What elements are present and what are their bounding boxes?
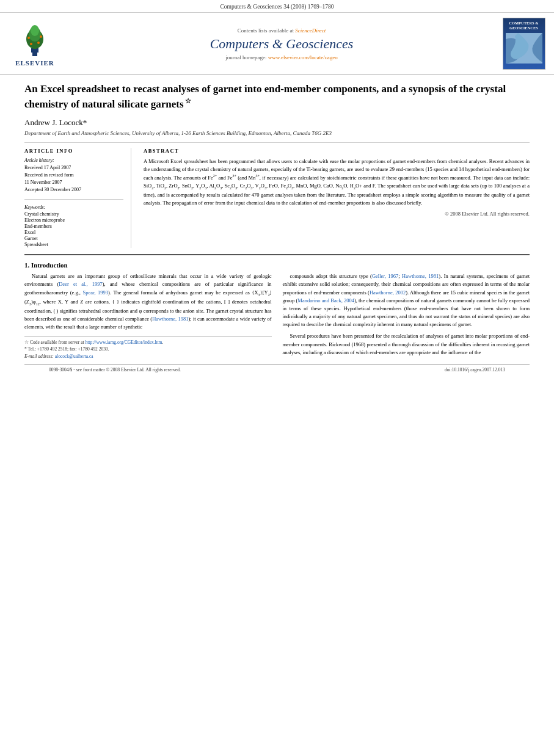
- article-info-abstract-section: ARTICLE INFO Article history: Received 1…: [24, 148, 530, 249]
- body-para-1: Natural garnets are an important group o…: [24, 272, 272, 331]
- body-para-2: compounds adopt this structure type (Gel…: [283, 272, 530, 329]
- issn-text: 0098-3004/$ - see front matter © 2008 El…: [49, 367, 181, 373]
- journal-cover-box: COMPUTERS &GEOSCIENCES: [503, 18, 545, 70]
- received-date: Received 17 April 2007: [24, 164, 123, 171]
- svg-point-5: [31, 25, 39, 36]
- svg-point-9: [37, 42, 40, 44]
- footnote-url[interactable]: http://www.iamg.org/CGEditor/index.htm: [85, 340, 162, 345]
- article-info-heading: ARTICLE INFO: [24, 148, 123, 154]
- keyword-1: Crystal chemistry: [24, 211, 123, 217]
- header-center: Contents lists available at ScienceDirec…: [68, 18, 495, 70]
- footnote-tel: * Tel.: +1780 492 2518; fax: +1780 492 2…: [24, 346, 272, 352]
- body-two-col: Natural garnets are an important group o…: [24, 272, 530, 360]
- abstract-heading: ABSTRACT: [144, 148, 530, 154]
- divider-history-keywords: [24, 199, 123, 200]
- homepage-url[interactable]: www.elsevier.com/locate/cageo: [268, 54, 338, 60]
- svg-point-7: [40, 35, 42, 38]
- article-info-column: ARTICLE INFO Article history: Received 1…: [24, 148, 131, 249]
- history-label: Article history:: [24, 158, 123, 163]
- divider-after-affiliation: [24, 142, 530, 143]
- accepted-date: Accepted 30 December 2007: [24, 186, 123, 193]
- homepage-label: journal homepage:: [225, 54, 266, 60]
- svg-point-6: [27, 37, 30, 39]
- ref-spear[interactable]: Spear, 1993: [82, 289, 108, 296]
- section1-heading: 1. Introduction: [24, 261, 530, 269]
- journal-citation: Computers & Geosciences 34 (2008) 1769–1…: [220, 4, 333, 10]
- ref-hawthorne-1981b[interactable]: Hawthorne, 1981: [402, 273, 439, 279]
- sciencedirect-label: Contents lists available at: [238, 27, 294, 34]
- article-title: An Excel spreadsheet to recast analyses …: [24, 82, 530, 112]
- page: Computers & Geosciences 34 (2008) 1769–1…: [0, 0, 554, 756]
- ref-hawthorne-2002[interactable]: Hawthorne, 2002: [370, 289, 406, 296]
- keywords-label: Keywords:: [24, 205, 123, 210]
- keyword-2: Electron microprobe: [24, 217, 123, 223]
- bottom-bar: 0098-3004/$ - see front matter © 2008 El…: [24, 364, 530, 375]
- elsevier-brand-text: ELSEVIER: [15, 59, 54, 67]
- footnote-section: ☆ Code available from server at http://w…: [24, 336, 272, 360]
- main-content: An Excel spreadsheet to recast analyses …: [0, 75, 554, 381]
- journal-cover-title: COMPUTERS &GEOSCIENCES: [509, 21, 539, 31]
- ref-hawthorne-1981[interactable]: Hawthorne, 1981: [152, 316, 188, 322]
- footnote-email: E-mail address: alocock@ualberta.ca: [24, 353, 272, 360]
- header-section: ELSEVIER Contents lists available at Sci…: [0, 13, 554, 75]
- abstract-text: A Microsoft Excel spreadsheet has been p…: [144, 158, 530, 208]
- keyword-6: Spreadsheet: [24, 242, 123, 247]
- journal-name: Computers & Geosciences: [210, 36, 354, 52]
- footnote-star: ☆ Code available from server at http://w…: [24, 339, 272, 346]
- ref-deer[interactable]: Deer et al., 1997: [59, 281, 102, 287]
- author-affiliation: Department of Earth and Atmospheric Scie…: [24, 130, 530, 136]
- copyright-line: © 2008 Elsevier Ltd. All rights reserved…: [144, 211, 530, 217]
- received-revised-label: Received in revised form: [24, 172, 123, 178]
- svg-rect-1: [31, 48, 38, 53]
- elsevier-logo: ELSEVIER: [7, 18, 62, 70]
- title-star: ☆: [184, 97, 192, 104]
- journal-homepage: journal homepage: www.elsevier.com/locat…: [225, 54, 337, 60]
- doi-text: doi:10.1016/j.cageo.2007.12.013: [445, 367, 505, 373]
- body-col-right: compounds adopt this structure type (Gel…: [283, 272, 530, 360]
- keywords-section: Keywords: Crystal chemistry Electron mic…: [24, 205, 123, 247]
- body-para-3: Several procedures have been presented f…: [283, 332, 530, 357]
- section-divider: [24, 254, 530, 255]
- journal-cover-image: [506, 33, 542, 64]
- revised-date: 11 November 2007: [24, 179, 123, 186]
- journal-thumbnail: COMPUTERS &GEOSCIENCES: [501, 18, 547, 70]
- author-name: Andrew J. Locock*: [24, 118, 87, 127]
- email-link[interactable]: alocock@ualberta.ca: [55, 354, 93, 359]
- abstract-column: ABSTRACT A Microsoft Excel spreadsheet h…: [144, 148, 530, 249]
- svg-point-8: [30, 43, 32, 45]
- keyword-5: Garnet: [24, 236, 123, 241]
- ref-mandarino[interactable]: Mandarino and Back, 2004: [297, 297, 354, 303]
- keyword-4: Excel: [24, 230, 123, 235]
- sciencedirect-line: Contents lists available at ScienceDirec…: [238, 27, 326, 34]
- ref-geller[interactable]: Geller, 1967: [372, 273, 398, 279]
- author-line: Andrew J. Locock*: [24, 118, 530, 128]
- sciencedirect-link[interactable]: ScienceDirect: [295, 27, 326, 34]
- keyword-3: End-members: [24, 224, 123, 229]
- article-history: Article history: Received 17 April 2007 …: [24, 158, 123, 194]
- body-col-left: Natural garnets are an important group o…: [24, 272, 272, 360]
- elsevier-tree-icon: [14, 21, 56, 57]
- journal-bar: Computers & Geosciences 34 (2008) 1769–1…: [0, 0, 554, 13]
